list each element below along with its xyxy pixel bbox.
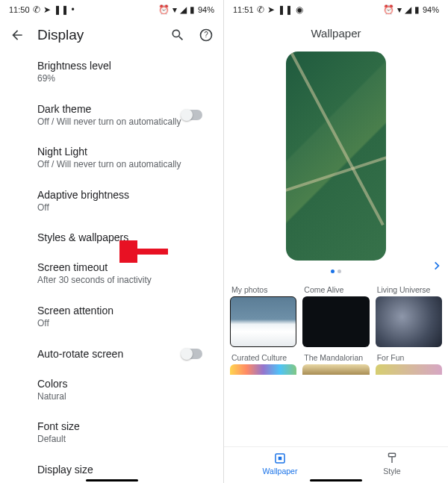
category-mando[interactable]: The Mandalorian (302, 352, 369, 375)
category-label: Curated Culture (230, 353, 296, 362)
setting-label: Dark theme (37, 103, 205, 115)
more-icon: • (72, 5, 75, 14)
setting-label: Display size (37, 464, 205, 476)
nav-wallpaper[interactable]: Wallpaper (224, 452, 336, 476)
setting-subtext: After 30 seconds of inactivity (37, 275, 205, 287)
setting-font-size[interactable]: Font sizeDefault (37, 411, 205, 455)
alarm-icon: ⏰ (158, 5, 169, 14)
setting-colors[interactable]: ColorsNatural (37, 369, 205, 412)
battery-text: 94% (423, 5, 439, 14)
svg-text:?: ? (204, 31, 208, 39)
next-wallpaper-button[interactable] (432, 258, 442, 275)
toggle-switch[interactable] (181, 349, 202, 359)
help-icon[interactable]: ? (198, 27, 214, 43)
svg-rect-5 (279, 457, 282, 461)
status-bar: 11:51 ✆ ➤ ❚❚ ◉ ⏰ ▾ ◢ ▮ 94% (224, 0, 448, 16)
toggle-switch[interactable] (181, 110, 202, 120)
signal-icon: ◢ (405, 5, 411, 14)
display-settings-screen: 11:50 ✆ ➤ ❚❚ • ⏰ ▾ ◢ ▮ 94% Display ? Bri… (0, 0, 224, 483)
page-title: Wallpaper (224, 16, 448, 46)
category-thumbnail[interactable] (230, 364, 296, 375)
setting-label: Screen timeout (37, 261, 205, 273)
home-indicator[interactable] (310, 479, 362, 482)
clock: 11:50 (9, 5, 30, 14)
pause-icon: ❚❚ (278, 5, 293, 14)
setting-subtext: Off (37, 202, 205, 214)
category-label: The Mandalorian (302, 353, 369, 362)
app-icon: ◉ (296, 5, 303, 14)
status-bar: 11:50 ✆ ➤ ❚❚ • ⏰ ▾ ◢ ▮ 94% (0, 0, 223, 16)
clock: 11:51 (233, 5, 254, 14)
setting-screen-attention[interactable]: Screen attentionOff (37, 296, 205, 339)
setting-subtext: 69% (37, 73, 205, 85)
wallpaper-preview[interactable] (286, 52, 386, 261)
setting-adaptive-brightness[interactable]: Adaptive brightnessOff (37, 180, 205, 223)
alarm-icon: ⏰ (383, 5, 394, 14)
category-thumbnail[interactable] (230, 296, 296, 347)
category-curated[interactable]: Curated Culture (230, 352, 296, 375)
signal-icon: ◢ (180, 5, 187, 14)
setting-label: Styles & wallpapers (37, 231, 205, 243)
setting-brightness-level[interactable]: Brightness level69% (37, 51, 205, 94)
wallpaper-icon (273, 452, 287, 465)
wifi-icon: ▾ (172, 5, 177, 14)
category-thumbnail[interactable] (302, 364, 369, 375)
setting-styles-wallpapers[interactable]: Styles & wallpapers (37, 222, 205, 252)
nav-label: Wallpaper (263, 467, 298, 476)
category-forfun[interactable]: For Fun (376, 352, 442, 375)
setting-label: Colors (37, 378, 205, 390)
category-label: For Fun (376, 353, 442, 362)
setting-screen-timeout[interactable]: Screen timeoutAfter 30 seconds of inacti… (37, 252, 205, 296)
category-label: Living Universe (376, 285, 442, 294)
back-button[interactable] (9, 27, 25, 43)
send-icon: ➤ (267, 5, 275, 14)
category-photos[interactable]: My photos (230, 284, 296, 347)
setting-night-light[interactable]: Night LightOff / Will never turn on auto… (37, 137, 205, 180)
battery-icon: ▮ (414, 5, 420, 14)
category-thumbnail[interactable] (302, 296, 369, 347)
category-living[interactable]: Living Universe (376, 284, 442, 347)
svg-rect-6 (389, 453, 396, 457)
setting-dark-theme[interactable]: Dark themeOff / Will never turn on autom… (37, 94, 205, 137)
nav-label: Style (383, 467, 400, 476)
wallpaper-screen: 11:51 ✆ ➤ ❚❚ ◉ ⏰ ▾ ◢ ▮ 94% Wallpaper My … (224, 0, 448, 483)
bottom-nav: WallpaperStyle (224, 446, 448, 483)
wifi-icon: ▾ (397, 5, 402, 14)
whatsapp-icon: ✆ (257, 5, 264, 14)
battery-icon: ▮ (190, 5, 195, 14)
setting-auto-rotate-screen[interactable]: Auto-rotate screen (37, 339, 205, 369)
category-thumbnail[interactable] (376, 296, 442, 347)
setting-subtext: Off (37, 318, 205, 330)
page-dots (331, 269, 341, 273)
category-alive[interactable]: Come Alive (302, 284, 369, 347)
battery-text: 94% (198, 5, 214, 14)
setting-label: Night Light (37, 146, 205, 158)
setting-subtext: Natural (37, 391, 205, 403)
search-icon[interactable] (169, 27, 186, 43)
nav-style[interactable]: Style (336, 452, 448, 476)
setting-label: Font size (37, 420, 205, 432)
setting-label: Brightness level (37, 60, 205, 72)
setting-label: Adaptive brightness (37, 189, 205, 201)
style-icon (385, 452, 399, 465)
setting-subtext: Off / Will never turn on automatically (37, 159, 205, 171)
whatsapp-icon: ✆ (33, 5, 40, 14)
setting-label: Screen attention (37, 305, 205, 317)
send-icon: ➤ (43, 5, 51, 14)
category-label: Come Alive (302, 285, 369, 294)
pause-icon: ❚❚ (54, 5, 69, 14)
page-title: Display (37, 27, 158, 43)
setting-subtext: Off / Will never turn on automatically (37, 116, 205, 128)
category-thumbnail[interactable] (376, 364, 442, 375)
home-indicator[interactable] (86, 479, 138, 482)
category-label: My photos (230, 285, 296, 294)
setting-subtext: Default (37, 434, 205, 446)
